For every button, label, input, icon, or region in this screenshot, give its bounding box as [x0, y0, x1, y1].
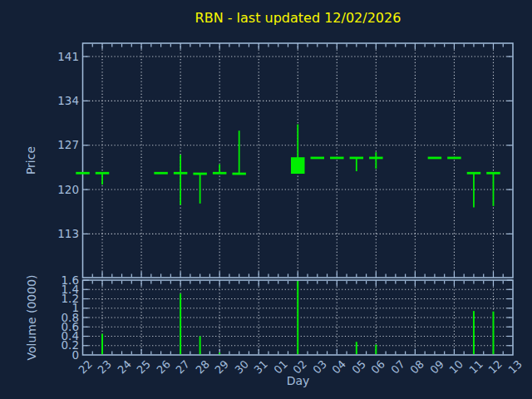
price-tick-label: 113 — [0, 228, 79, 240]
volume-tick-label: 1.6 — [0, 274, 79, 287]
x-axis-label: Day — [83, 374, 513, 387]
candle-body-02 — [291, 157, 305, 174]
price-tick-label: 127 — [0, 139, 79, 151]
chart-title: RBN - last updated 12/02/2026 — [83, 10, 513, 26]
plot-canvas — [0, 0, 532, 399]
price-tick-label: 120 — [0, 184, 79, 196]
price-tick-label: 141 — [0, 51, 79, 63]
price-tick-label: 134 — [0, 95, 79, 107]
chart-figure: RBN - last updated 12/02/2026 Price Volu… — [0, 0, 532, 399]
